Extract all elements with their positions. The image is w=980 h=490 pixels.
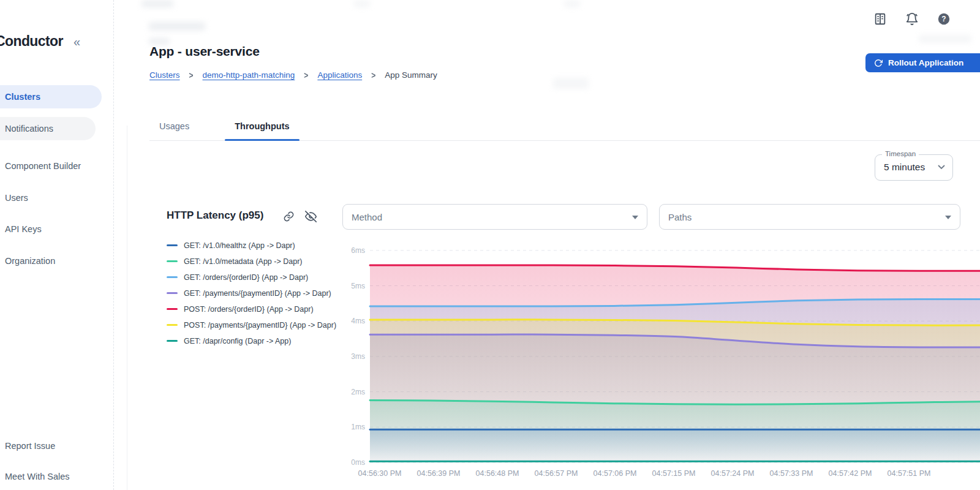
legend-label: GET: /orders/{orderID} (App -> Dapr) (184, 273, 308, 282)
x-axis-tick: 04:56:30 PM (358, 469, 402, 478)
timespan-value: 5 minutes (884, 162, 925, 173)
legend-label: GET: /payments/{paymentID} (App -> Dapr) (184, 289, 331, 298)
redacted-text (564, 0, 580, 7)
y-axis-tick: 2ms (351, 388, 365, 396)
chevron-down-icon (938, 165, 945, 170)
x-axis-tick: 04:57:51 PM (888, 469, 931, 478)
legend-item[interactable]: GET: /v1.0/metadata (App -> Dapr) (167, 257, 336, 265)
svg-text:?: ? (941, 15, 946, 23)
x-axis-tick: 04:57:24 PM (711, 469, 755, 478)
hide-chart-eye-off-icon[interactable] (305, 211, 317, 222)
legend-item[interactable]: POST: /payments/{paymentID} (App -> Dapr… (167, 321, 336, 329)
sidebar-item-clusters[interactable]: Clusters (0, 85, 102, 108)
sidebar-item-report-issue[interactable]: Report Issue (5, 441, 55, 451)
billing-report-icon[interactable] (873, 12, 887, 26)
redacted-text (141, 0, 173, 7)
chart-legend: GET: /v1.0/healthz (App -> Dapr)GET: /v1… (167, 241, 336, 353)
x-axis-tick: 04:57:15 PM (652, 469, 696, 478)
legend-label: GET: /v1.0/metadata (App -> Dapr) (184, 257, 303, 266)
copy-link-icon[interactable] (283, 211, 295, 222)
dropdown-arrow-icon (945, 216, 951, 219)
tab-bar: Usages Throughputs (149, 116, 980, 141)
tab-throughputs[interactable]: Throughputs (225, 116, 299, 140)
notifications-bell-icon[interactable] (905, 12, 919, 26)
legend-item[interactable]: GET: /dapr/config (Dapr -> App) (167, 337, 336, 345)
legend-color-marker (167, 260, 178, 262)
x-axis-tick: 04:56:39 PM (417, 469, 461, 478)
sidebar: Conductor « ClustersNotificationsCompone… (0, 0, 114, 490)
y-axis-tick: 4ms (351, 317, 365, 325)
page-title: App - user-service (149, 44, 260, 59)
breadcrumb-demo-http-path-matching[interactable]: demo-http-path-matching (203, 70, 295, 80)
sidebar-item-notifications[interactable]: Notifications (0, 117, 96, 140)
y-axis-tick: 5ms (351, 282, 365, 290)
dropdown-arrow-icon (632, 216, 638, 219)
method-filter-select[interactable]: Method (342, 204, 647, 230)
legend-item[interactable]: GET: /orders/{orderID} (App -> Dapr) (167, 273, 336, 281)
paths-filter-select[interactable]: Paths (659, 204, 960, 230)
redacted-text (553, 78, 589, 89)
chart-title: HTTP Latency (p95) (167, 209, 263, 222)
breadcrumb-separator-icon: > (304, 70, 308, 81)
help-icon[interactable]: ? (937, 12, 951, 26)
legend-item[interactable]: GET: /v1.0/healthz (App -> Dapr) (167, 241, 336, 249)
legend-color-marker (167, 276, 178, 278)
legend-color-marker (167, 308, 178, 310)
y-axis-tick: 3ms (351, 352, 365, 361)
legend-color-marker (167, 324, 178, 326)
sidebar-item-component-builder[interactable]: Component Builder (0, 154, 81, 178)
sidebar-item-api-keys[interactable]: API Keys (0, 217, 42, 241)
legend-label: POST: /payments/{paymentID} (App -> Dapr… (184, 321, 336, 330)
sidebar-item-meet-with-sales[interactable]: Meet With Sales (5, 472, 70, 481)
y-axis-tick: 0ms (351, 458, 365, 467)
breadcrumb: Clusters>demo-http-path-matching>Applica… (149, 70, 437, 80)
legend-item[interactable]: GET: /payments/{paymentID} (App -> Dapr) (167, 289, 336, 297)
breadcrumb-applications[interactable]: Applications (317, 70, 362, 80)
conductor-logo: Conductor (0, 33, 63, 50)
latency-chart: 0ms1ms2ms3ms4ms5ms6ms04:56:30 PM04:56:39… (349, 236, 980, 490)
legend-color-marker (167, 244, 178, 246)
x-axis-tick: 04:57:33 PM (770, 469, 813, 478)
redacted-text (919, 35, 971, 43)
redacted-text (149, 22, 205, 31)
breadcrumb-separator-icon: > (371, 70, 375, 81)
rollout-label: Rollout Application (888, 58, 963, 67)
breadcrumb-app-summary: App Summary (385, 70, 437, 80)
series-area (370, 429, 980, 462)
sidebar-item-organization[interactable]: Organization (0, 249, 55, 273)
paths-placeholder: Paths (668, 212, 692, 222)
tab-usages[interactable]: Usages (149, 116, 199, 140)
app-window: Conductor « ClustersNotificationsCompone… (0, 0, 980, 490)
content-divider (127, 126, 127, 490)
sidebar-item-users[interactable]: Users (0, 186, 28, 209)
x-axis-tick: 04:57:42 PM (829, 469, 872, 478)
breadcrumb-separator-icon: > (189, 70, 194, 81)
legend-item[interactable]: POST: /orders/{orderID} (App -> Dapr) (167, 305, 336, 313)
legend-label: GET: /dapr/config (Dapr -> App) (184, 337, 291, 345)
y-axis-tick: 1ms (351, 423, 365, 431)
x-axis-tick: 04:56:57 PM (535, 469, 578, 478)
method-placeholder: Method (352, 212, 382, 222)
timespan-select[interactable]: Timespan 5 minutes (875, 154, 953, 181)
legend-color-marker (167, 292, 178, 294)
sidebar-collapse-icon[interactable]: « (74, 35, 80, 49)
redacted-text (354, 0, 370, 7)
timespan-label: Timespan (882, 150, 919, 157)
legend-label: GET: /v1.0/healthz (App -> Dapr) (184, 241, 295, 250)
breadcrumb-clusters[interactable]: Clusters (149, 70, 180, 80)
legend-color-marker (167, 340, 178, 342)
y-axis-tick: 6ms (351, 246, 365, 255)
rollout-application-button[interactable]: Rollout Application (865, 53, 980, 72)
x-axis-tick: 04:57:06 PM (594, 469, 637, 478)
legend-label: POST: /orders/{orderID} (App -> Dapr) (184, 305, 314, 314)
rollout-icon (874, 59, 883, 67)
x-axis-tick: 04:56:48 PM (476, 469, 519, 478)
